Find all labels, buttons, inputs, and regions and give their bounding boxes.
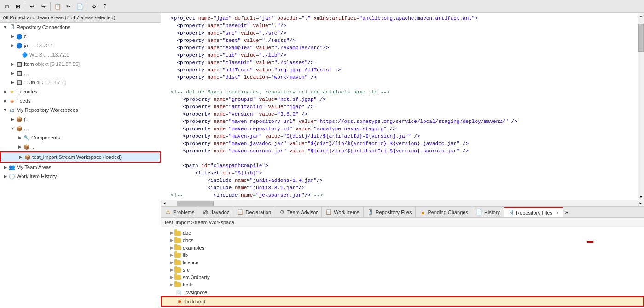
tree-item3[interactable]: ▶ 🔲 ... Jn 4[0.121.57...] [0, 78, 161, 87]
tree-feeds[interactable]: ▶ ◈ Feeds [0, 96, 161, 105]
tree-conn2[interactable]: ▶ 🔵 ja_ ...13.72.1 [0, 41, 161, 50]
tree-label-conn2: ja_ [24, 43, 31, 48]
tree-toggle[interactable]: ▶ [17, 135, 23, 140]
scrollbar-track[interactable] [638, 19, 644, 193]
code-content[interactable]: <project name="jgap" default="jar" based… [161, 13, 638, 200]
tree-favorites[interactable]: ▶ ★ Favorites [0, 87, 161, 96]
folder-icon-src [174, 267, 181, 273]
repo-files-1-icon: 🗄 [367, 209, 374, 215]
file-tree-build-xml[interactable]: ✱ build.xml [161, 296, 644, 307]
tree-toggle[interactable]: ▶ [9, 43, 16, 48]
tree-ws1[interactable]: ▶ 📦 (... [0, 115, 161, 124]
tree-ws2[interactable]: ▼ 📦 ... [0, 124, 161, 133]
code-line: <property name="examples" value="./examp… [165, 44, 634, 52]
tree-toggle[interactable]: ▶ [9, 117, 16, 122]
tree-toggle[interactable]: ▶ [9, 62, 16, 66]
folder-toggle-examples[interactable]: ▶ [170, 245, 174, 250]
folder-toggle-doc[interactable]: ▶ [170, 231, 174, 235]
tree-toggle[interactable]: ▶ [9, 34, 16, 39]
file-tree-doc[interactable]: ▶ doc [161, 229, 644, 237]
tab-close-btn[interactable]: × [556, 210, 559, 215]
folder-toggle-tests[interactable]: ▶ [170, 282, 174, 287]
toolbar-btn-forward[interactable]: ↪ [38, 1, 48, 12]
file-tree-docs[interactable]: ▶ docs [161, 237, 644, 244]
tree-item1[interactable]: ▶ 🔲 Item object [5.121.57.55] [0, 59, 161, 69]
tab-problems[interactable]: ⚠ Problems [161, 207, 198, 217]
tree-label-item1: Item [24, 61, 34, 67]
tree-label-conn2-sub: ...13.72.1 [31, 43, 53, 48]
tree-toggle[interactable]: ▼ [9, 126, 16, 131]
file-tree: ▶ doc ▶ docs [161, 227, 644, 308]
tree-work-history[interactable]: ▶ 🕐 Work Item History [0, 172, 161, 181]
tree-toggle[interactable]: ▶ [2, 99, 8, 103]
toolbar-btn-grid[interactable]: ⊞ [13, 1, 23, 12]
tab-content-repo-files[interactable]: test_import Stream Workspace ▶ doc ▶ [161, 218, 644, 308]
tree-components[interactable]: ▶ 🔧 Components [0, 133, 161, 142]
history-icon: 📄 [476, 209, 482, 215]
tree-label-item1-sub: object [5.121.57.55] [34, 61, 80, 67]
file-label-build-xml: build.xml [185, 299, 205, 304]
tab-history[interactable]: 📄 History [472, 207, 504, 217]
tree-toggle[interactable]: ▼ [2, 108, 8, 112]
vertical-scrollbar[interactable]: ▲ ▼ [638, 13, 644, 200]
scroll-right-btn[interactable]: ► [638, 201, 644, 205]
tree-item2[interactable]: ▶ 🔲 ... [0, 69, 161, 78]
folder-toggle-docs[interactable]: ▶ [170, 238, 174, 243]
tree-team-areas[interactable]: ▶ 👥 My Team Areas [0, 163, 161, 172]
tree-toggle[interactable]: ▶ [2, 174, 8, 179]
tab-javadoc[interactable]: @ Javadoc [198, 207, 233, 217]
file-tree-src-3rdparty[interactable]: ▶ src-3rdparty [161, 273, 644, 281]
toolbar-btn-minimize[interactable]: □ [2, 1, 12, 12]
scroll-left-btn[interactable]: ◄ [161, 201, 168, 205]
file-tree-licence[interactable]: ▶ licence [161, 259, 644, 266]
file-tree-lib[interactable]: ▶ lib [161, 251, 644, 259]
toolbar-btn-help[interactable]: ? [100, 1, 110, 12]
toolbar-btn-back[interactable]: ↩ [27, 1, 37, 12]
tree-label-web: WE B... [29, 52, 46, 58]
scrollbar-h-thumb[interactable] [177, 201, 214, 206]
file-tree-src[interactable]: ▶ src [161, 266, 644, 273]
tab-team-advisor[interactable]: ⚙ Team Advisor [275, 207, 322, 217]
tree-workspaces[interactable]: ▼ 🗂 My Repository Workspaces [0, 105, 161, 115]
tree-toggle[interactable]: ▶ [9, 80, 16, 85]
tree-toggle[interactable]: ▶ [9, 71, 16, 76]
folder-icon-tests [174, 282, 181, 287]
file-tree-examples[interactable]: ▶ examples [161, 244, 644, 251]
folder-toggle-src[interactable]: ▶ [170, 267, 174, 272]
tree-conn1[interactable]: ▶ 🔵 c_ [0, 32, 161, 41]
scrollbar-thumb[interactable] [638, 24, 644, 52]
tree-test-import[interactable]: ▶ 📦 test_import Stream Workspace (loaded… [0, 151, 161, 163]
tree-web[interactable]: 🔷 WE B... ...13.72.1 [0, 50, 161, 59]
tree-toggle[interactable]: ▶ [2, 89, 8, 94]
tree-toggle[interactable]: ▶ [17, 145, 23, 149]
tree-repo-connections[interactable]: ▼ 🗄 Repository Connections [0, 23, 161, 32]
toolbar-btn-settings[interactable]: ⚙ [89, 1, 99, 12]
folder-toggle-src3rd[interactable]: ▶ [170, 275, 174, 279]
tab-pending-changes[interactable]: ▲ Pending Changes [416, 207, 472, 217]
tab-work-items[interactable]: 📋 Work Items [322, 207, 363, 217]
toolbar-btn-copy[interactable]: 📋 [52, 1, 63, 12]
scroll-down-btn[interactable]: ▼ [638, 193, 644, 200]
file-tree-tests[interactable]: ▶ tests [161, 281, 644, 288]
horizontal-scrollbar[interactable]: ◄ ► [161, 200, 644, 206]
folder-toggle-licence[interactable]: ▶ [170, 260, 174, 265]
toolbar-btn-cut[interactable]: ✂ [64, 1, 74, 12]
item3-icon: 🔲 [16, 79, 23, 86]
tree-toggle[interactable]: ▼ [2, 25, 8, 29]
tree-toggle[interactable]: ▶ [17, 155, 24, 159]
tab-declaration[interactable]: 📋 Declaration [233, 207, 275, 217]
file-tree-cvsignore[interactable]: 📄 .cvsignore [161, 288, 644, 296]
scroll-up-btn[interactable]: ▲ [638, 13, 644, 19]
tree-label-item2: ... [24, 70, 28, 76]
file-label-src3rd: src-3rdparty [183, 274, 210, 280]
tab-repo-files-2[interactable]: 🗄 Repository Files × [504, 207, 563, 218]
tab-repo-files-1[interactable]: 🗄 Repository Files [364, 207, 416, 217]
tab-overflow-btn[interactable]: » [563, 207, 570, 217]
minus-btn[interactable] [587, 241, 593, 243]
tree-area[interactable]: ▼ 🗄 Repository Connections ▶ 🔵 c_ ▶ [0, 23, 161, 308]
tree-comp-item[interactable]: ▶ 📦 ... [0, 142, 161, 151]
code-line: <property name="test" value="./tests"/> [165, 37, 634, 44]
tree-toggle[interactable]: ▶ [2, 165, 8, 169]
folder-toggle-lib[interactable]: ▶ [170, 253, 174, 257]
toolbar-btn-paste[interactable]: 📄 [75, 1, 85, 12]
